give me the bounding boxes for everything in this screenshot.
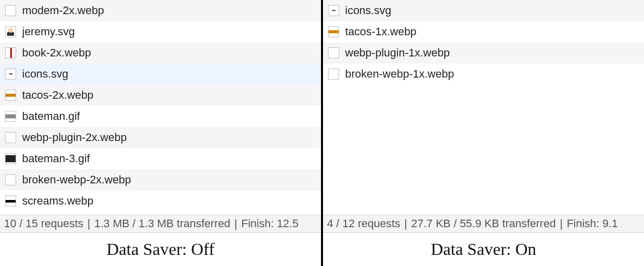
table-row[interactable]: •••icons.svg [0,63,321,85]
file-name: modem-2x.webp [22,4,104,17]
status-finish: Finish: 9.1 [567,217,618,230]
separator: | [88,217,91,230]
file-icon [328,69,339,80]
table-row[interactable]: •••icons.svg [323,0,644,21]
table-row[interactable]: tacos-1x.webp [323,21,644,42]
file-name: tacos-2x.webp [22,89,94,102]
file-name: icons.svg [22,68,68,81]
panel-data-saver-off: modem-2x.webpjeremy.svgbook-2x.webp•••ic… [0,0,323,266]
status-transferred: 1.3 MB / 1.3 MB transferred [95,217,230,230]
caption-left: Data Saver: Off [0,233,321,266]
separator: | [234,217,237,230]
status-finish: Finish: 12.5 [241,217,298,230]
file-name: broken-webp-2x.webp [22,173,131,186]
file-icon [328,26,339,37]
file-name: tacos-1x.webp [345,25,417,38]
status-bar-right: 4 / 12 requests | 27.7 KB / 55.9 KB tran… [323,215,644,233]
file-name: icons.svg [345,4,391,17]
file-icon [5,153,16,164]
status-transferred: 27.7 KB / 55.9 KB transferred [411,217,555,230]
file-list-left: modem-2x.webpjeremy.svgbook-2x.webp•••ic… [0,0,321,215]
file-name: broken-webp-1x.webp [345,68,454,81]
file-icon: ••• [5,69,16,80]
panel-data-saver-on: •••icons.svgtacos-1x.webpwebp-plugin-1x.… [323,0,644,266]
file-icon [5,195,16,207]
file-name: screams.webp [22,194,94,208]
file-icon [5,5,16,16]
file-name: webp-plugin-2x.webp [22,131,127,144]
table-row[interactable]: jeremy.svg [0,21,321,42]
separator: | [405,217,408,230]
table-row[interactable]: bateman.gif [0,106,321,127]
table-row[interactable]: tacos-2x.webp [0,85,321,106]
separator: | [560,217,563,230]
status-requests: 4 / 12 requests [327,217,400,230]
file-name: bateman-3.gif [22,152,90,165]
table-row[interactable]: broken-webp-1x.webp [323,63,644,85]
file-name: book-2x.webp [22,46,91,59]
file-list-right: •••icons.svgtacos-1x.webpwebp-plugin-1x.… [323,0,644,215]
table-row[interactable]: webp-plugin-1x.webp [323,42,644,63]
file-name: jeremy.svg [22,25,75,38]
file-name: webp-plugin-1x.webp [345,46,450,59]
file-icon [5,90,16,101]
table-row[interactable]: book-2x.webp [0,42,321,63]
caption-right: Data Saver: On [323,233,644,266]
table-row[interactable]: modem-2x.webp [0,0,321,21]
file-icon [5,26,16,37]
file-icon [5,174,16,185]
status-bar-left: 10 / 15 requests | 1.3 MB / 1.3 MB trans… [0,215,321,233]
table-row[interactable]: webp-plugin-2x.webp [0,127,321,148]
file-icon [5,47,16,58]
file-icon [5,111,16,122]
table-row[interactable]: bateman-3.gif [0,148,321,169]
file-name: bateman.gif [22,110,80,123]
status-requests: 10 / 15 requests [4,217,84,230]
file-icon: ••• [328,5,339,16]
file-icon [5,132,16,143]
file-icon [328,47,339,58]
table-row[interactable]: screams.webp [0,190,321,212]
table-row[interactable]: broken-webp-2x.webp [0,169,321,190]
